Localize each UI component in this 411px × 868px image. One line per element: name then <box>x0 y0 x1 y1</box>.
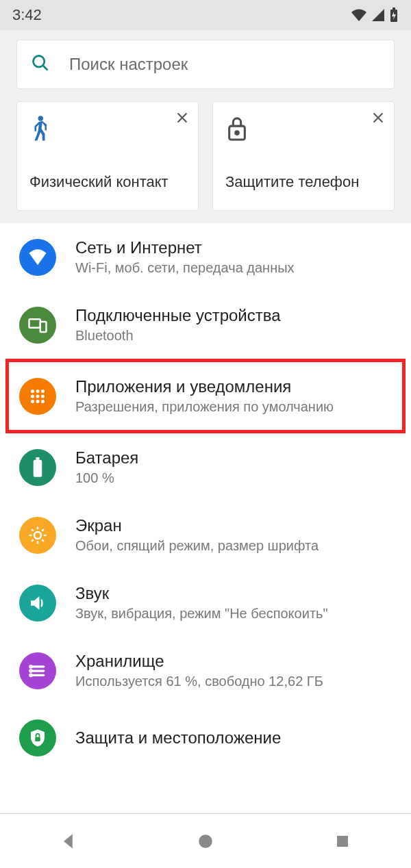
svg-rect-31 <box>35 737 40 741</box>
setting-texts: Защита и местоположение <box>75 728 281 748</box>
svg-point-6 <box>38 116 44 121</box>
card-protect-phone[interactable]: Защитите телефон <box>212 101 395 211</box>
card-title: Защитите телефон <box>225 173 382 192</box>
status-icons <box>351 8 399 23</box>
display-icon <box>19 517 56 554</box>
search-box[interactable] <box>16 40 395 89</box>
network-icon <box>19 239 56 276</box>
svg-rect-1 <box>393 8 395 10</box>
lock-icon <box>225 114 382 144</box>
apps-icon <box>19 378 56 415</box>
svg-point-14 <box>36 390 40 393</box>
close-icon[interactable] <box>175 110 190 128</box>
svg-rect-11 <box>29 319 40 328</box>
setting-title: Экран <box>75 516 319 535</box>
svg-point-15 <box>41 390 45 393</box>
card-physical-contact[interactable]: Физический контакт <box>16 101 199 211</box>
svg-rect-22 <box>34 459 42 476</box>
svg-line-3 <box>43 66 48 71</box>
search-container <box>0 30 411 97</box>
setting-subtitle: Wi-Fi, моб. сети, передача данных <box>75 260 295 276</box>
setting-title: Подключенные устройства <box>75 306 281 325</box>
wifi-icon <box>351 8 367 22</box>
search-input[interactable] <box>69 55 380 74</box>
svg-point-21 <box>41 400 45 403</box>
devices-icon <box>19 307 56 344</box>
close-icon[interactable] <box>371 110 386 128</box>
svg-rect-12 <box>40 322 47 332</box>
navigation-bar <box>0 813 411 868</box>
setting-texts: Подключенные устройстваBluetooth <box>75 306 281 344</box>
battery-icon <box>389 8 399 23</box>
svg-point-17 <box>36 394 40 398</box>
setting-item-apps[interactable]: Приложения и уведомленияРазрешения, прил… <box>5 359 406 433</box>
svg-rect-33 <box>337 836 348 847</box>
setting-subtitle: Звук, вибрация, режим "Не беспокоить" <box>75 606 328 622</box>
nav-back-button[interactable] <box>41 821 96 862</box>
setting-texts: Сеть и ИнтернетWi-Fi, моб. сети, передач… <box>75 238 295 276</box>
search-icon <box>31 53 50 75</box>
svg-point-2 <box>34 56 45 67</box>
storage-icon <box>19 652 56 689</box>
status-time: 3:42 <box>12 6 42 24</box>
setting-title: Приложения и уведомления <box>75 377 334 396</box>
setting-item-storage[interactable]: ХранилищеИспользуется 61 %, свободно 12,… <box>0 637 411 704</box>
svg-point-18 <box>41 394 45 398</box>
svg-point-13 <box>31 390 34 393</box>
battery-icon <box>19 449 56 486</box>
settings-screen: 3:42 <box>0 0 411 868</box>
setting-title: Батарея <box>75 448 138 468</box>
walk-icon <box>29 114 186 146</box>
security-icon <box>19 719 56 756</box>
setting-subtitle: Разрешения, приложения по умолчанию <box>75 399 334 415</box>
setting-subtitle: Bluetooth <box>75 328 281 344</box>
setting-subtitle: Используется 61 %, свободно 12,62 ГБ <box>75 674 323 689</box>
setting-item-sound[interactable]: ЗвукЗвук, вибрация, режим "Не беспокоить… <box>0 569 411 637</box>
svg-point-28 <box>30 665 32 667</box>
suggestion-cards: Физический контакт Защитите телефон <box>0 97 411 223</box>
svg-point-30 <box>30 674 32 676</box>
svg-point-32 <box>199 834 212 848</box>
setting-title: Сеть и Интернет <box>75 238 295 257</box>
svg-point-20 <box>36 400 40 403</box>
settings-list[interactable]: Сеть и ИнтернетWi-Fi, моб. сети, передач… <box>0 223 411 813</box>
setting-title: Хранилище <box>75 652 323 671</box>
nav-recent-button[interactable] <box>315 821 370 862</box>
setting-item-battery[interactable]: Батарея100 % <box>0 433 411 501</box>
cell-signal-icon <box>371 8 385 22</box>
setting-title: Звук <box>75 584 328 603</box>
sound-icon <box>19 585 56 622</box>
setting-texts: Батарея100 % <box>75 448 138 486</box>
setting-title: Защита и местоположение <box>75 728 281 748</box>
setting-item-security[interactable]: Защита и местоположение <box>0 704 411 771</box>
svg-point-24 <box>34 532 41 539</box>
setting-texts: Приложения и уведомленияРазрешения, прил… <box>75 377 334 415</box>
svg-point-29 <box>30 669 32 672</box>
svg-point-16 <box>31 394 34 398</box>
svg-rect-23 <box>36 457 40 460</box>
setting-subtitle: Обои, спящий режим, размер шрифта <box>75 538 319 554</box>
svg-point-19 <box>31 400 34 403</box>
setting-texts: ЭкранОбои, спящий режим, размер шрифта <box>75 516 319 554</box>
svg-point-10 <box>236 131 239 135</box>
setting-subtitle: 100 % <box>75 470 138 486</box>
card-title: Физический контакт <box>29 173 186 192</box>
setting-texts: ЗвукЗвук, вибрация, режим "Не беспокоить… <box>75 584 328 622</box>
setting-texts: ХранилищеИспользуется 61 %, свободно 12,… <box>75 652 323 689</box>
setting-item-devices[interactable]: Подключенные устройстваBluetooth <box>0 291 411 359</box>
setting-item-display[interactable]: ЭкранОбои, спящий режим, размер шрифта <box>0 501 411 569</box>
status-bar: 3:42 <box>0 0 411 30</box>
nav-home-button[interactable] <box>178 821 233 862</box>
setting-item-network[interactable]: Сеть и ИнтернетWi-Fi, моб. сети, передач… <box>0 223 411 291</box>
